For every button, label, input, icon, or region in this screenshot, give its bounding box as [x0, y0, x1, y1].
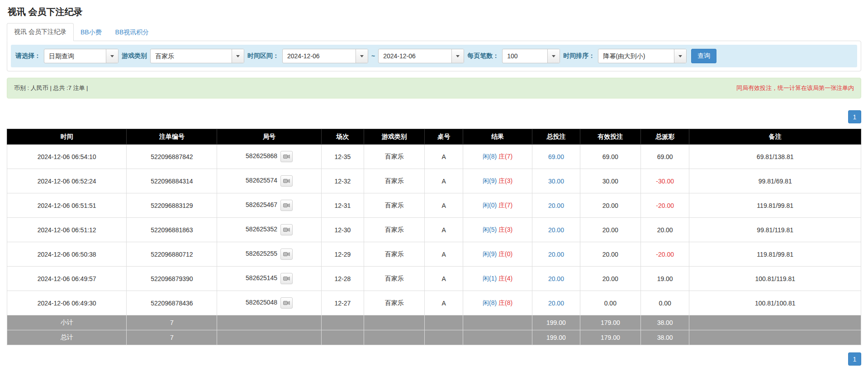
cell-valid-bet: 69.00 [580, 145, 640, 169]
cell-bet-id: 522096879390 [127, 267, 217, 291]
table-row: 2024-12-06 06:51:51522096883129582625467… [7, 193, 861, 218]
video-replay-button[interactable] [280, 175, 293, 187]
summary-cell [689, 315, 861, 330]
cell-result: 闲(1) 庄(4) [463, 267, 532, 291]
tab-2[interactable]: BB视讯积分 [109, 24, 156, 41]
cell-time: 2024-12-06 06:50:38 [7, 242, 127, 267]
cell-game-type: 百家乐 [364, 145, 425, 169]
cell-table-no: A [425, 145, 463, 169]
summary-cell: 38.00 [640, 315, 689, 330]
chevron-down-icon[interactable] [547, 49, 560, 63]
query-type-value: 日期查询 [44, 49, 106, 63]
cell-total-bet: 20.00 [532, 267, 580, 291]
total-bet-link[interactable]: 20.00 [548, 275, 564, 282]
column-header: 结果 [463, 129, 532, 145]
summary-cell [689, 330, 861, 345]
total-bet-link[interactable]: 20.00 [548, 226, 564, 234]
cell-result: 闲(8) 庄(7) [463, 145, 532, 169]
result-banker: 庄(4) [498, 275, 512, 282]
video-replay-button[interactable] [280, 200, 293, 211]
cell-time: 2024-12-06 06:54:10 [7, 145, 127, 169]
column-header: 有效投注 [580, 129, 640, 145]
page-size-select[interactable]: 100 [502, 49, 560, 63]
summary-cell [425, 330, 463, 345]
chevron-down-icon[interactable] [451, 49, 464, 63]
video-replay-button[interactable] [280, 224, 293, 235]
video-replay-button[interactable] [280, 297, 293, 309]
cell-round-id: 582625352 [217, 218, 321, 242]
payout-value: 69.00 [657, 153, 673, 160]
cell-total-bet: 20.00 [532, 218, 580, 242]
date-range-separator: ~ [371, 52, 375, 60]
date-from-select[interactable]: 2024-12-06 [282, 49, 368, 63]
column-header: 游戏类别 [364, 129, 425, 145]
date-to-select[interactable]: 2024-12-06 [378, 49, 464, 63]
summary-cell: 199.00 [532, 315, 580, 330]
query-type-label: 请选择： [15, 52, 41, 60]
total-bet-link[interactable]: 20.00 [548, 300, 564, 307]
cell-game-type: 百家乐 [364, 267, 425, 291]
game-type-select[interactable]: 百家乐 [150, 49, 244, 63]
caret-icon [678, 55, 682, 57]
total-bet-link[interactable]: 20.00 [548, 202, 564, 209]
query-type-select[interactable]: 日期查询 [44, 49, 119, 63]
cell-total-bet: 20.00 [532, 193, 580, 218]
total-bet-link[interactable]: 69.00 [548, 153, 564, 160]
summary-cell: 179.00 [580, 330, 640, 345]
round-id: 582625868 [246, 152, 277, 160]
result-player: 闲(8) [483, 153, 497, 160]
cell-note: 100.81/119.81 [689, 267, 861, 291]
total-bet-link[interactable]: 20.00 [548, 251, 564, 258]
caret-icon [552, 55, 555, 57]
total-bet-link[interactable]: 30.00 [548, 178, 564, 185]
summary-cell: 小计 [7, 315, 127, 330]
cell-valid-bet: 30.00 [580, 169, 640, 193]
table-row: 2024-12-06 06:54:10522096887842582625868… [7, 145, 861, 169]
chevron-down-icon[interactable] [356, 49, 368, 63]
round-id: 582625352 [246, 225, 277, 233]
cell-note: 119.81/99.81 [689, 193, 861, 218]
video-replay-button[interactable] [280, 249, 293, 260]
summary-cell: 总计 [7, 330, 127, 345]
cell-note: 99.81/119.81 [689, 218, 861, 242]
cell-time: 2024-12-06 06:51:51 [7, 193, 127, 218]
column-header: 局号 [217, 129, 321, 145]
chevron-down-icon[interactable] [232, 49, 244, 63]
summary-bar: 币别 : 人民币 | 总共 :7 注单 | 同局有效投注，统一计算在该局第一张注… [7, 78, 861, 99]
page-number-button[interactable]: 1 [848, 110, 861, 123]
cell-payout: 20.00 [640, 218, 689, 242]
result-player: 闲(9) [483, 250, 497, 258]
cell-session: 12-30 [321, 218, 364, 242]
filter-panel: 请选择： 日期查询 游戏类别 百家乐 时间区间： 2024-12-06 ~ 20… [7, 41, 861, 71]
summary-cell: 7 [127, 315, 217, 330]
cell-bet-id: 522096887842 [127, 145, 217, 169]
cell-game-type: 百家乐 [364, 193, 425, 218]
video-camera-icon [283, 251, 290, 257]
chevron-down-icon[interactable] [106, 49, 118, 63]
video-replay-button[interactable] [280, 273, 293, 284]
cell-game-type: 百家乐 [364, 218, 425, 242]
tab-0-active[interactable]: 视讯 会员下注纪录 [7, 23, 74, 41]
cell-payout: -30.00 [640, 169, 689, 193]
page-number-button[interactable]: 1 [848, 352, 861, 366]
pagination-top: 1 [7, 110, 861, 123]
video-replay-button[interactable] [280, 151, 293, 162]
summary-cell [321, 315, 364, 330]
cell-note: 69.81/138.81 [689, 145, 861, 169]
cell-table-no: A [425, 218, 463, 242]
summary-cell: 7 [127, 330, 217, 345]
cell-time: 2024-12-06 06:49:30 [7, 291, 127, 315]
cell-valid-bet: 20.00 [580, 193, 640, 218]
payout-value: -30.00 [656, 178, 674, 185]
sort-select[interactable]: 降幂(由大到小) [598, 49, 687, 63]
cell-valid-bet: 20.00 [580, 218, 640, 242]
cell-round-id: 582625255 [217, 242, 321, 267]
payout-value: -20.00 [656, 202, 674, 209]
date-range-label: 时间区间： [247, 52, 279, 60]
cell-total-bet: 20.00 [532, 291, 580, 315]
search-button[interactable]: 查询 [691, 49, 716, 63]
chevron-down-icon[interactable] [674, 49, 686, 63]
table-row: 2024-12-06 06:49:30522096878436582625048… [7, 291, 861, 315]
tab-1[interactable]: BB小费 [74, 24, 109, 41]
cell-bet-id: 522096884314 [127, 169, 217, 193]
